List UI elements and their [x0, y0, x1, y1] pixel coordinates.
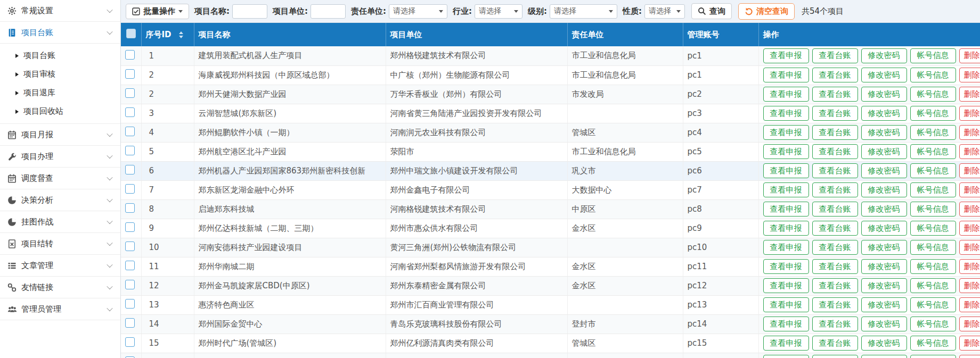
row-checkbox[interactable] — [125, 280, 135, 289]
filter-input[interactable] — [232, 4, 267, 19]
delete-button[interactable]: 删除 — [959, 202, 980, 217]
view-ledger-button[interactable]: 查看台账 — [812, 106, 858, 121]
view-ledger-button[interactable]: 查看台账 — [812, 355, 858, 358]
clear-search-button[interactable]: 清空查询 — [738, 3, 795, 20]
change-password-button[interactable]: 修改密码 — [861, 317, 907, 331]
row-checkbox[interactable] — [125, 203, 135, 213]
view-ledger-button[interactable]: 查看台账 — [812, 68, 858, 82]
sort-toggle-icon[interactable] — [179, 31, 183, 38]
sidebar-subitem[interactable]: 项目台账 — [0, 46, 120, 65]
filter-select[interactable]: 请选择 — [389, 4, 447, 19]
sidebar-subitem[interactable]: 项目回收站 — [0, 102, 120, 121]
view-declaration-button[interactable]: 查看申报 — [763, 182, 809, 197]
view-declaration-button[interactable]: 查看申报 — [763, 297, 809, 312]
row-checkbox[interactable] — [125, 299, 135, 309]
account-info-button[interactable]: 帐号信息 — [910, 106, 956, 121]
view-ledger-button[interactable]: 查看台账 — [812, 48, 858, 63]
view-declaration-button[interactable]: 查看申报 — [763, 278, 809, 293]
account-info-button[interactable]: 帐号信息 — [910, 336, 956, 351]
row-checkbox[interactable] — [125, 50, 135, 60]
filter-select[interactable]: 请选择 — [644, 4, 685, 19]
change-password-button[interactable]: 修改密码 — [861, 125, 907, 140]
account-info-button[interactable]: 帐号信息 — [910, 68, 956, 82]
view-declaration-button[interactable]: 查看申报 — [763, 106, 809, 121]
change-password-button[interactable]: 修改密码 — [861, 48, 907, 63]
view-declaration-button[interactable]: 查看申报 — [763, 202, 809, 217]
view-declaration-button[interactable]: 查看申报 — [763, 240, 809, 255]
account-info-button[interactable]: 帐号信息 — [910, 317, 956, 331]
row-checkbox[interactable] — [125, 88, 135, 98]
search-button[interactable]: 查询 — [691, 3, 732, 19]
change-password-button[interactable]: 修改密码 — [861, 106, 907, 121]
view-ledger-button[interactable]: 查看台账 — [812, 87, 858, 102]
change-password-button[interactable]: 修改密码 — [861, 221, 907, 236]
delete-button[interactable]: 删除 — [959, 182, 980, 197]
account-info-button[interactable]: 帐号信息 — [910, 278, 956, 293]
view-ledger-button[interactable]: 查看台账 — [812, 182, 858, 197]
delete-button[interactable]: 删除 — [959, 163, 980, 178]
batch-actions-button[interactable]: 批量操作 — [126, 4, 189, 19]
row-checkbox[interactable] — [125, 146, 135, 155]
change-password-button[interactable]: 修改密码 — [861, 240, 907, 255]
view-declaration-button[interactable]: 查看申报 — [763, 259, 809, 274]
view-ledger-button[interactable]: 查看台账 — [812, 221, 858, 236]
change-password-button[interactable]: 修改密码 — [861, 297, 907, 312]
view-ledger-button[interactable]: 查看台账 — [812, 144, 858, 159]
change-password-button[interactable]: 修改密码 — [861, 68, 907, 82]
view-ledger-button[interactable]: 查看台账 — [812, 202, 858, 217]
delete-button[interactable]: 删除 — [959, 125, 980, 140]
delete-button[interactable]: 删除 — [959, 317, 980, 331]
filter-select[interactable]: 请选择 — [475, 4, 522, 19]
account-info-button[interactable]: 帐号信息 — [910, 182, 956, 197]
sidebar-item[interactable]: 项目月报 — [0, 124, 120, 146]
delete-button[interactable]: 删除 — [959, 48, 980, 63]
sidebar-item[interactable]: 项目台账 — [0, 22, 120, 44]
view-declaration-button[interactable]: 查看申报 — [763, 355, 809, 358]
row-checkbox[interactable] — [125, 184, 135, 194]
change-password-button[interactable]: 修改密码 — [861, 202, 907, 217]
delete-button[interactable]: 删除 — [959, 259, 980, 274]
delete-button[interactable]: 删除 — [959, 297, 980, 312]
sidebar-subitem[interactable]: 项目退库 — [0, 84, 120, 102]
change-password-button[interactable]: 修改密码 — [861, 278, 907, 293]
account-info-button[interactable]: 帐号信息 — [910, 202, 956, 217]
view-ledger-button[interactable]: 查看台账 — [812, 259, 858, 274]
account-info-button[interactable]: 帐号信息 — [910, 125, 956, 140]
filter-input[interactable] — [311, 4, 346, 19]
view-declaration-button[interactable]: 查看申报 — [763, 125, 809, 140]
account-info-button[interactable]: 帐号信息 — [910, 221, 956, 236]
account-info-button[interactable]: 帐号信息 — [910, 259, 956, 274]
row-checkbox[interactable] — [125, 318, 135, 328]
row-checkbox[interactable] — [125, 107, 135, 117]
delete-button[interactable]: 删除 — [959, 68, 980, 82]
sidebar-item[interactable]: 挂图作战 — [0, 211, 120, 233]
filter-select[interactable]: 请选择 — [550, 4, 617, 19]
change-password-button[interactable]: 修改密码 — [861, 163, 907, 178]
delete-button[interactable]: 删除 — [959, 144, 980, 159]
sidebar-item[interactable]: 项目办理 — [0, 146, 120, 168]
view-declaration-button[interactable]: 查看申报 — [763, 68, 809, 82]
delete-button[interactable]: 删除 — [959, 355, 980, 358]
delete-button[interactable]: 删除 — [959, 87, 980, 102]
account-info-button[interactable]: 帐号信息 — [910, 87, 956, 102]
sidebar-item[interactable]: 调度督查 — [0, 168, 120, 189]
view-ledger-button[interactable]: 查看台账 — [812, 240, 858, 255]
row-checkbox[interactable] — [125, 165, 135, 174]
sidebar-item[interactable]: 友情链接 — [0, 277, 120, 298]
change-password-button[interactable]: 修改密码 — [861, 182, 907, 197]
view-ledger-button[interactable]: 查看台账 — [812, 125, 858, 140]
delete-button[interactable]: 删除 — [959, 336, 980, 351]
delete-button[interactable]: 删除 — [959, 278, 980, 293]
row-checkbox[interactable] — [125, 242, 135, 251]
row-checkbox[interactable] — [125, 127, 135, 136]
sidebar-subitem[interactable]: 项目审核 — [0, 65, 120, 84]
account-info-button[interactable]: 帐号信息 — [910, 355, 956, 358]
view-declaration-button[interactable]: 查看申报 — [763, 87, 809, 102]
view-declaration-button[interactable]: 查看申报 — [763, 144, 809, 159]
sidebar-item[interactable]: 决策分析 — [0, 189, 120, 211]
change-password-button[interactable]: 修改密码 — [861, 87, 907, 102]
view-ledger-button[interactable]: 查看台账 — [812, 163, 858, 178]
delete-button[interactable]: 删除 — [959, 221, 980, 236]
change-password-button[interactable]: 修改密码 — [861, 336, 907, 351]
delete-button[interactable]: 删除 — [959, 106, 980, 121]
